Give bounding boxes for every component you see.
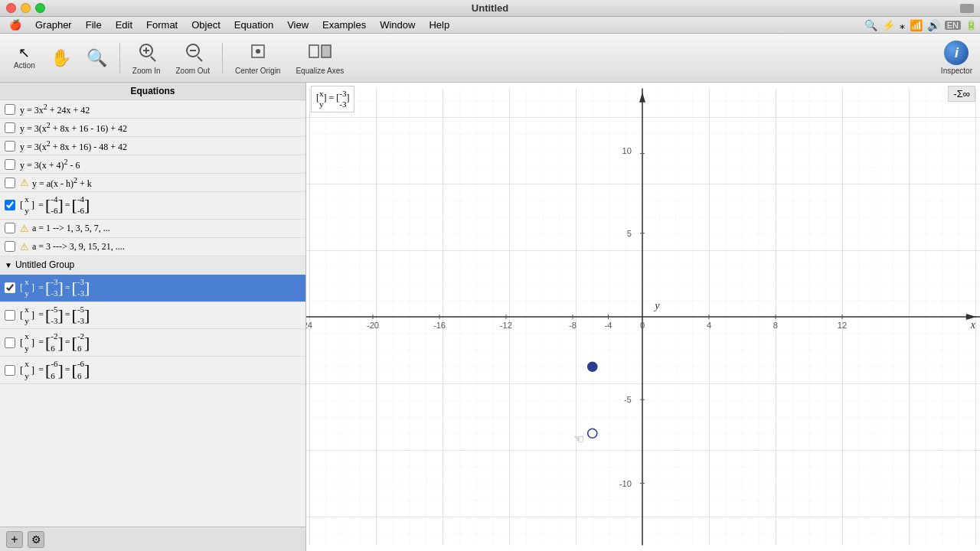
svg-text:-16: -16 xyxy=(433,321,446,330)
keyboard-icon: EN xyxy=(945,21,961,30)
main-content: Equations y = 3x2 + 24x + 42 y = 3(x2 + … xyxy=(0,83,980,551)
action-button[interactable]: ↖ Action xyxy=(8,43,41,73)
svg-text:8: 8 xyxy=(773,321,778,330)
toolbar: ↖ Action ✋ 🔍 Zoom In xyxy=(0,34,980,83)
zoom-in-button[interactable]: Zoom In xyxy=(126,38,167,78)
action-label: Action xyxy=(14,61,35,70)
equation-row-11[interactable]: [ xy ] = [ -5-3 ] = [ -5-3 ] xyxy=(0,302,305,330)
hand-icon: ✋ xyxy=(51,50,71,67)
equation-row-13[interactable]: [ xy ] = [ -66 ] = [ -66 ] xyxy=(0,357,305,384)
svg-rect-10 xyxy=(322,45,331,57)
graph-svg[interactable]: y x -24 -20 -16 -12 -8 0 4 8 12 -4 10 5 … xyxy=(306,83,980,551)
equalize-axes-button[interactable]: Equalize Axes xyxy=(289,37,350,78)
svg-text:-20: -20 xyxy=(367,321,379,330)
volume-icon: 🔊 xyxy=(927,19,940,31)
graph-area[interactable]: [xy] = [-3-3] -Σ∞ xyxy=(306,83,980,551)
svg-text:-10: -10 xyxy=(619,479,632,488)
eq-matrix-11: [ xy ] = [ -5-3 ] = [ -5-3 ] xyxy=(20,304,90,328)
bluetooth-icon: ⁎ xyxy=(900,19,905,31)
zoom-out-label: Zoom Out xyxy=(175,67,209,75)
eq-matrix-13: [ xy ] = [ -66 ] = [ -66 ] xyxy=(20,358,90,382)
eq-checkbox-2[interactable] xyxy=(5,122,15,133)
menu-file[interactable]: File xyxy=(80,18,108,32)
svg-text:-24: -24 xyxy=(306,321,312,330)
equation-row-1[interactable]: y = 3x2 + 24x + 42 xyxy=(0,100,305,119)
group-label: Untitled Group xyxy=(15,259,74,270)
group-header[interactable]: ▼ Untitled Group xyxy=(0,256,305,275)
eq-checkbox-13[interactable] xyxy=(5,365,15,376)
warning-icon-8: ⚠ xyxy=(20,241,29,253)
inspector-button[interactable]: i Inspector xyxy=(941,41,972,75)
sigma-button[interactable]: -Σ∞ xyxy=(948,86,975,102)
equation-row-4[interactable]: y = 3(x + 4)2 - 6 xyxy=(0,155,305,174)
eq-checkbox-6[interactable] xyxy=(5,200,15,210)
wifi-icon: 📶 xyxy=(910,19,923,31)
svg-text:-4: -4 xyxy=(605,321,612,330)
gear-button[interactable]: ⚙ xyxy=(28,531,44,548)
zoom-out-button[interactable]: Zoom Out xyxy=(169,38,215,78)
flash-icon: ⚡ xyxy=(882,19,895,31)
menu-equation[interactable]: Equation xyxy=(228,18,279,32)
eq-checkbox-7[interactable] xyxy=(5,223,15,233)
center-origin-icon xyxy=(247,41,269,65)
eq-checkbox-12[interactable] xyxy=(5,337,15,348)
center-group: Center Origin Equalize Axes xyxy=(229,37,350,78)
svg-rect-9 xyxy=(309,45,318,57)
equation-row-8[interactable]: ⚠ a = 3 ---> 3, 9, 15, 21, .... xyxy=(0,238,305,256)
warning-icon-5: ⚠ xyxy=(20,177,29,188)
eq-checkbox-4[interactable] xyxy=(5,159,15,170)
eq-checkbox-10[interactable] xyxy=(5,282,15,293)
menu-window[interactable]: Window xyxy=(374,18,421,32)
svg-text:4: 4 xyxy=(707,321,711,330)
eq-matrix-10: [ xy ] = [ -3-3 ] = [ -3-3 ] xyxy=(20,276,90,300)
eq-checkbox-5[interactable] xyxy=(5,178,15,188)
separator-1 xyxy=(119,43,120,73)
equation-row-12[interactable]: [ xy ] = [ -26 ] = [ -26 ] xyxy=(0,329,305,357)
equalize-axes-label: Equalize Axes xyxy=(296,67,344,75)
equation-row-6[interactable]: [ xy ] = [ -4-6 ] = [ -4-6 ] xyxy=(0,192,305,220)
center-origin-button[interactable]: Center Origin xyxy=(229,37,286,78)
window-controls[interactable] xyxy=(6,3,45,13)
minimize-button[interactable] xyxy=(21,3,31,13)
search-icon: 🔍 xyxy=(864,19,877,31)
equation-row-5[interactable]: ⚠ y = a(x - h)2 + k xyxy=(0,174,305,192)
add-equation-button[interactable]: + xyxy=(6,531,23,548)
bottom-bar: + ⚙ xyxy=(0,527,305,551)
menu-examples[interactable]: Examples xyxy=(316,18,372,32)
group-collapse-icon[interactable]: ▼ xyxy=(5,261,12,269)
close-button[interactable] xyxy=(6,3,16,13)
center-origin-label: Center Origin xyxy=(235,67,280,75)
toolbar-action-group: ↖ Action ✋ 🔍 xyxy=(8,43,113,73)
hand-button[interactable]: ✋ xyxy=(44,47,77,70)
menu-grapher[interactable]: Grapher xyxy=(29,18,78,32)
equations-list: y = 3x2 + 24x + 42 y = 3(x2 + 8x + 16 - … xyxy=(0,100,305,527)
menu-format[interactable]: Format xyxy=(140,18,184,32)
eq-text-4: y = 3(x + 4)2 - 6 xyxy=(20,158,80,171)
equation-row-3[interactable]: y = 3(x2 + 8x + 16) - 48 + 42 xyxy=(0,137,305,155)
eq-checkbox-11[interactable] xyxy=(5,310,15,321)
svg-text:10: 10 xyxy=(622,146,631,155)
eq-text-7: a = 1 --> 1, 3, 5, 7, ... xyxy=(32,223,110,234)
title-bar: Untitled xyxy=(0,0,980,17)
menu-object[interactable]: Object xyxy=(185,18,227,32)
equation-row-2[interactable]: y = 3(x2 + 8x + 16 - 16) + 42 xyxy=(0,119,305,137)
eq-checkbox-1[interactable] xyxy=(5,104,15,115)
svg-line-1 xyxy=(151,57,155,61)
coord-x-label: [xy] = [-3-3] xyxy=(316,88,349,110)
apple-menu[interactable]: 🍎 xyxy=(3,18,28,32)
eq-text-3: y = 3(x2 + 8x + 16) - 48 + 42 xyxy=(20,139,127,153)
menu-help[interactable]: Help xyxy=(423,18,456,32)
maximize-button[interactable] xyxy=(35,3,45,13)
collapse-button[interactable] xyxy=(960,4,974,13)
menu-edit[interactable]: Edit xyxy=(109,18,139,32)
eq-checkbox-8[interactable] xyxy=(5,241,15,252)
zoom-tool-button[interactable]: 🔍 xyxy=(80,47,113,70)
eq-text-5: y = a(x - h)2 + k xyxy=(32,176,92,190)
point-filled xyxy=(588,362,597,371)
equation-row-10[interactable]: [ xy ] = [ -3-3 ] = [ -3-3 ] xyxy=(0,275,305,302)
eq-text-2: y = 3(x2 + 8x + 16 - 16) + 42 xyxy=(20,121,127,135)
cursor-icon: ↖ xyxy=(18,46,30,60)
equation-row-7[interactable]: ⚠ a = 1 --> 1, 3, 5, 7, ... xyxy=(0,220,305,238)
eq-checkbox-3[interactable] xyxy=(5,141,15,152)
menu-view[interactable]: View xyxy=(281,18,315,32)
